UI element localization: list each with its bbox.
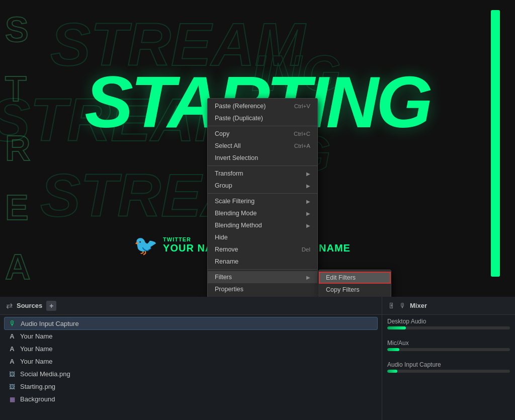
select-all-shortcut: Ctrl+A [294, 143, 310, 149]
desktop-audio-bar [387, 326, 510, 329]
mixer-panel-title: Mixer [410, 302, 427, 309]
blending-method-label: Blending Method [215, 222, 262, 229]
source-item-your-name-1[interactable]: A Your Name [0, 330, 382, 343]
scale-filtering-label: Scale Filtering [215, 198, 254, 205]
menu-item-transform[interactable]: Transform ▶ [208, 167, 317, 180]
filters-label: Filters [215, 274, 232, 281]
menu-item-paste-ref[interactable]: Paste (Reference) Ctrl+V [208, 100, 317, 112]
menu-item-blending-method[interactable]: Blending Method ▶ [208, 219, 317, 231]
menu-sep-3 [208, 193, 317, 194]
copy-shortcut: Ctrl+C [294, 131, 310, 137]
paste-ref-shortcut: Ctrl+V [294, 103, 310, 109]
filters-arrow: ▶ [306, 275, 310, 280]
rename-label: Rename [215, 258, 238, 265]
source-item-audio-input[interactable]: 🎙 Audio Input Capture [4, 317, 378, 330]
menu-item-group[interactable]: Group ▶ [208, 180, 317, 192]
menu-sep-4 [208, 269, 317, 270]
blending-mode-label: Blending Mode [215, 210, 256, 217]
text-icon-1: A [8, 332, 16, 340]
audio-input-capture-bar [387, 370, 510, 373]
remove-shortcut: Del [302, 246, 310, 253]
blending-method-arrow: ▶ [306, 223, 310, 228]
mixer-icon-2: 🎙 [399, 302, 406, 309]
menu-sep-1 [208, 126, 317, 126]
mixer-channels-list: Desktop Audio Mic/Aux Audio Input Captur… [382, 315, 515, 420]
mic-aux-bar [387, 348, 510, 351]
paste-dup-label: Paste (Duplicate) [215, 115, 263, 122]
submenu-edit-filters[interactable]: Edit Filters [319, 272, 391, 284]
mixer-panel-header: 🎚 🎙 Mixer [382, 297, 515, 315]
mic-aux-label: Mic/Aux [387, 340, 510, 347]
source-item-your-name-2[interactable]: A Your Name [0, 343, 382, 355]
source-name-your-name-3: Your Name [20, 358, 53, 365]
group-arrow: ▶ [306, 183, 310, 189]
image-icon-starting: 🖼 [8, 383, 16, 390]
transform-arrow: ▶ [306, 171, 310, 177]
add-source-button[interactable]: + [46, 301, 56, 311]
source-name-background: Background [20, 395, 55, 403]
mixer-channel-desktop: Desktop Audio [387, 318, 510, 329]
sources-panel-header: ⇄ Sources + [0, 297, 382, 315]
invert-sel-label: Invert Selection [215, 154, 258, 161]
copy-label: Copy [215, 130, 229, 137]
transition-icon: ⇄ [6, 301, 13, 310]
filters-submenu: Edit Filters Copy Filters Paste Filters [318, 270, 391, 297]
menu-item-filters[interactable]: Filters ▶ Edit Filters Copy Filters Past… [208, 271, 317, 283]
mixer-channel-mic: Mic/Aux [387, 340, 510, 351]
green-accent-bar [491, 10, 500, 277]
mixer-channel-audio-input: Audio Input Capture [387, 361, 510, 373]
menu-sep-2 [208, 165, 317, 166]
scene-icon-background: ▦ [8, 396, 16, 403]
menu-item-scale-filtering[interactable]: Scale Filtering ▶ [208, 195, 317, 207]
bottom-panel: ⇄ Sources + 🎙 Audio Input Capture A Your… [0, 297, 515, 420]
context-menu: Paste (Reference) Ctrl+V Paste (Duplicat… [207, 98, 318, 297]
twitter-icon: 🐦 [134, 234, 157, 257]
paste-ref-label: Paste (Reference) [215, 103, 266, 110]
preview-area: S T R E A STREAM STREAM STREAM ING ING S… [0, 0, 515, 297]
transform-label: Transform [215, 170, 243, 177]
audio-input-capture-fill [387, 370, 397, 373]
source-item-starting-png[interactable]: 🖼 Starting.png [0, 380, 382, 393]
image-icon-social: 🖼 [8, 371, 16, 378]
menu-item-properties[interactable]: Properties [208, 283, 317, 295]
desktop-audio-label: Desktop Audio [387, 318, 510, 325]
menu-item-blending-mode[interactable]: Blending Mode ▶ [208, 207, 317, 219]
source-name-your-name-2: Your Name [20, 345, 53, 353]
select-all-label: Select All [215, 142, 240, 149]
source-item-social-media[interactable]: 🖼 Social Media.png [0, 368, 382, 380]
menu-item-paste-dup[interactable]: Paste (Duplicate) [208, 112, 317, 124]
text-icon-3: A [8, 358, 16, 365]
mic-aux-fill [387, 348, 399, 351]
blending-mode-arrow: ▶ [306, 211, 310, 216]
source-item-your-name-3[interactable]: A Your Name [0, 355, 382, 368]
submenu-copy-filters[interactable]: Copy Filters [319, 284, 391, 296]
desktop-audio-fill [387, 326, 406, 329]
audio-input-capture-label: Audio Input Capture [387, 361, 510, 368]
source-item-background[interactable]: ▦ Background [0, 393, 382, 405]
source-name-social-media: Social Media.png [20, 370, 70, 378]
source-name-your-name-1: Your Name [20, 332, 53, 340]
menu-item-copy[interactable]: Copy Ctrl+C [208, 128, 317, 140]
menu-item-hide[interactable]: Hide [208, 231, 317, 243]
submenu-paste-filters[interactable]: Paste Filters [319, 296, 391, 297]
source-name-starting-png: Starting.png [20, 383, 55, 390]
properties-label: Properties [215, 286, 243, 293]
sources-panel: ⇄ Sources + 🎙 Audio Input Capture A Your… [0, 297, 382, 420]
sources-panel-title: Sources [17, 302, 42, 309]
menu-item-rename[interactable]: Rename [208, 256, 317, 268]
menu-item-remove[interactable]: Remove Del [208, 243, 317, 256]
mixer-header-icon: 🎚 [388, 302, 395, 310]
mic-icon: 🎙 [9, 319, 17, 327]
hide-label: Hide [215, 234, 228, 241]
menu-item-select-all[interactable]: Select All Ctrl+A [208, 140, 317, 152]
mixer-panel: 🎚 🎙 Mixer Desktop Audio Mic/Aux Audio [382, 297, 515, 420]
text-icon-2: A [8, 345, 16, 353]
group-label: Group [215, 182, 232, 189]
menu-item-invert-sel[interactable]: Invert Selection [208, 152, 317, 164]
source-name-audio-input: Audio Input Capture [21, 320, 79, 327]
scale-filtering-arrow: ▶ [306, 199, 310, 204]
source-list: 🎙 Audio Input Capture A Your Name A Your… [0, 315, 382, 420]
remove-label: Remove [215, 246, 238, 253]
